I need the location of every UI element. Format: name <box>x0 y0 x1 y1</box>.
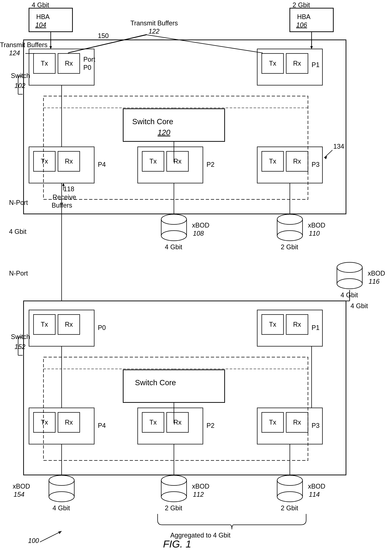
svg-point-88 <box>161 492 187 502</box>
xbod3-speed: 4 Gbit <box>341 291 358 299</box>
svg-rect-65 <box>29 408 94 444</box>
hba2-label: HBA <box>297 13 310 21</box>
xbod1-number: 108 <box>193 230 204 237</box>
xbod2-number: 110 <box>309 230 320 237</box>
xbod5-label: xBOD <box>192 483 210 490</box>
p0-tx: Tx <box>41 60 48 67</box>
svg-line-102 <box>147 35 263 53</box>
svg-rect-18 <box>138 147 203 183</box>
xbod5-number: 112 <box>193 491 204 498</box>
svg-rect-15 <box>29 147 94 183</box>
p1-rx: Rx <box>293 60 301 67</box>
svg-point-41 <box>277 214 302 224</box>
sw2-p2-rx: Rx <box>174 419 182 426</box>
hba1-label: HBA <box>36 13 50 21</box>
xbod1-label: xBOD <box>192 222 210 229</box>
xbod6-label: xBOD <box>308 483 325 490</box>
svg-rect-12 <box>43 96 308 199</box>
sw2-p0-rx: Rx <box>65 321 73 328</box>
sw-core1-number: 120 <box>158 128 170 137</box>
conn-150: 150 <box>98 32 109 40</box>
sw2-p3-tx: Tx <box>269 419 276 426</box>
p2-label: P2 <box>207 161 215 168</box>
svg-marker-100 <box>310 46 313 49</box>
sw2-p1-rx: Rx <box>293 321 301 328</box>
xbod6-number: 114 <box>309 491 320 498</box>
p2-tx: Tx <box>149 158 157 165</box>
sw2-p0-label: P0 <box>98 324 106 331</box>
p0-port-label: Port <box>83 56 95 63</box>
ref-134: 134 <box>333 143 344 150</box>
svg-point-48 <box>337 279 362 289</box>
sw2-p1-label: P1 <box>312 324 320 331</box>
svg-point-84 <box>49 492 74 502</box>
hba2-speed: 2 Gbit <box>293 1 310 9</box>
svg-point-92 <box>277 492 302 502</box>
hba1-speed: 4 Gbit <box>32 1 49 9</box>
sw2-p4-tx: Tx <box>41 419 48 426</box>
switch2-label: Switch <box>11 333 30 340</box>
tx-buf-124-label: Transmit Buffers <box>0 41 48 49</box>
p0-label: P0 <box>83 64 91 71</box>
xbod3-label: xBOD <box>368 270 385 277</box>
sw2-p1-tx: Tx <box>269 321 276 328</box>
p3-label: P3 <box>312 161 320 168</box>
diagram: .label { font-family: Arial, sans-serif;… <box>0 0 392 552</box>
svg-point-81 <box>49 475 74 486</box>
rx-buf-118-label: 118 <box>63 185 74 193</box>
nport2-label: N-Port <box>9 270 28 277</box>
p1-label: P1 <box>312 61 320 69</box>
xbod2-speed: 2 Gbit <box>281 243 298 251</box>
p4-tx: Tx <box>41 158 48 165</box>
p4-rx: Rx <box>65 158 73 165</box>
sw2-p3-label: P3 <box>312 422 320 429</box>
sw2-p4-label: P4 <box>98 422 106 429</box>
svg-line-24 <box>324 150 332 158</box>
svg-line-93 <box>40 531 62 542</box>
tx-buf-122-number: 122 <box>148 28 159 35</box>
svg-marker-97 <box>49 46 52 49</box>
svg-point-44 <box>277 231 302 241</box>
sw2-p2-tx: Tx <box>149 419 157 426</box>
sw2-p4-rx: Rx <box>65 419 73 426</box>
fig-label: FIG. 1 <box>163 538 191 550</box>
sw2-p3-rx: Rx <box>293 419 301 426</box>
svg-point-45 <box>337 262 362 272</box>
xbod2-label: xBOD <box>308 222 325 229</box>
switch1-label: Switch <box>11 72 30 79</box>
nport1-speed: 4 Gbit <box>9 228 27 235</box>
svg-rect-62 <box>43 357 308 460</box>
svg-rect-56 <box>29 310 94 346</box>
switch2-number: 152 <box>14 343 25 351</box>
xbod5-speed: 2 Gbit <box>165 504 182 512</box>
svg-point-37 <box>161 214 187 224</box>
sw2-p2-label: P2 <box>207 422 215 429</box>
sw-core1-label: Switch Core <box>132 117 173 126</box>
p3-rx: Rx <box>293 158 301 165</box>
svg-marker-36 <box>62 183 65 186</box>
xbod4-number: 154 <box>14 491 24 498</box>
xbod3-conn-speed: 4 Gbit <box>350 302 368 310</box>
sw-core2-label: Switch Core <box>135 378 176 387</box>
p0-rx: Rx <box>65 60 73 67</box>
p4-label: P4 <box>98 161 106 168</box>
rx-buf-118-text2: Buffers <box>52 201 72 209</box>
tx-buf-124-number: 124 <box>9 49 20 57</box>
svg-marker-94 <box>58 531 62 534</box>
sw2-p0-tx: Tx <box>41 321 48 328</box>
rx-buf-118-text1: Receive <box>53 194 76 201</box>
xbod1-speed: 4 Gbit <box>165 243 182 251</box>
p1-tx: Tx <box>269 60 276 67</box>
ref-100: 100 <box>28 537 39 544</box>
hba1-number: 104 <box>35 21 46 29</box>
p2-rx: Rx <box>174 158 182 165</box>
tx-buf-122-label: Transmit Buffers <box>130 19 178 27</box>
svg-point-85 <box>161 475 187 486</box>
nport1-label: N-Port <box>9 199 28 206</box>
xbod4-label: xBOD <box>13 483 30 490</box>
svg-rect-68 <box>138 408 203 444</box>
svg-point-89 <box>277 475 302 486</box>
xbod6-speed: 2 Gbit <box>281 504 298 512</box>
aggregated-label: Aggregated to 4 Gbit <box>170 531 231 539</box>
switch1-number: 102 <box>14 82 25 89</box>
